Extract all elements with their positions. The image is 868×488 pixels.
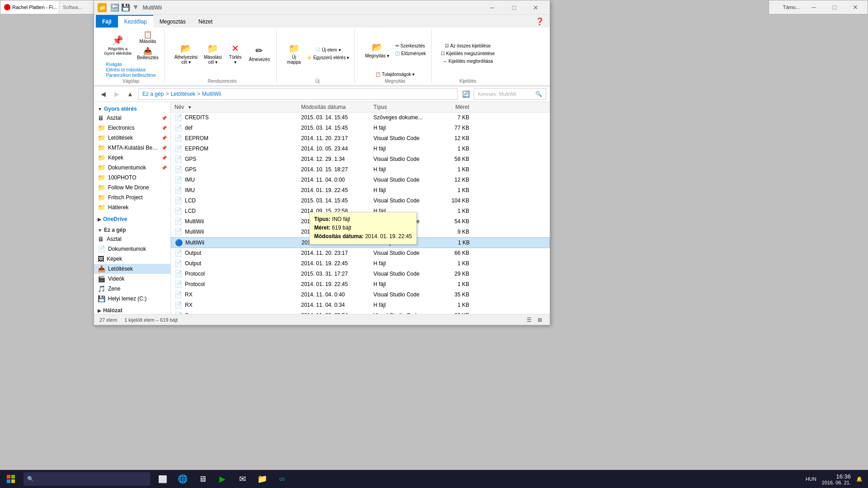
sidebar-item-letoltes[interactable]: 📁 Letöltések 📌 (94, 133, 170, 143)
taskbar-icon-mail[interactable]: ✉ (233, 470, 251, 488)
file-row-17[interactable]: 📄 RX 2014. 11. 04. 0:40 Visual Studio Co… (171, 290, 550, 300)
sidebar-pc-kepek[interactable]: 🖼 Képek (94, 254, 170, 264)
taskbar-icon-arduino[interactable]: ∞ (273, 470, 291, 488)
btn-atnevezés[interactable]: ✏ Átnevezés (246, 43, 273, 64)
start-button[interactable] (0, 470, 22, 488)
help-btn[interactable]: ❓ (535, 17, 544, 26)
file-row-2[interactable]: 📄 EEPROM 2014. 11. 20. 23:17 Visual Stud… (171, 133, 550, 144)
close-btn[interactable]: ✕ (525, 0, 546, 15)
btn-uj-elem[interactable]: 📄 Új elem ▾ (305, 47, 351, 53)
network-header[interactable]: ▶ Hálózat (94, 305, 170, 314)
btn-szerkesztes[interactable]: ✏ Szerkesztés (393, 42, 428, 49)
btn-kivagas[interactable]: Kivágás (106, 62, 156, 67)
forward-btn[interactable]: ▶ (111, 89, 122, 99)
move-icon: 📂 (180, 43, 192, 54)
file-row-5[interactable]: 📄 GPS 2014. 10. 15. 18:27 H fájl 1 KB (171, 164, 550, 175)
onedrive-header[interactable]: ▶ OneDrive (94, 214, 170, 223)
thispc-header[interactable]: ▼ Ez a gép (94, 225, 170, 234)
col-header-date[interactable]: Módosítás dátuma (301, 104, 373, 110)
tab-kezdolap[interactable]: Kezdőlap (118, 15, 153, 28)
path-pc[interactable]: Ez a gép (142, 91, 164, 97)
sidebar-item-dokumentumok[interactable]: 📁 Dokumentumok 📌 (94, 163, 170, 173)
btn-rogzites[interactable]: 📌 Rögzítés aGyors elérésbe (101, 33, 134, 57)
file-row-14[interactable]: 📄 Output 2014. 01. 19. 22:45 H fájl 1 KB (171, 258, 550, 269)
minimize-btn-tr[interactable]: ─ (803, 0, 824, 14)
pc-asztal-icon: 🖥 (98, 235, 104, 243)
file-row-19[interactable]: 📄 Sensors 2014. 11. 20. 23:54 Visual Stu… (171, 310, 550, 314)
col-header-type[interactable]: Típus (373, 104, 437, 110)
btn-kijelo-megf[interactable]: ↔ Kijelölés megfordítása (439, 58, 497, 65)
sidebar-pc-videok[interactable]: 🎬 Videók (94, 274, 170, 284)
taskbar-icon-green[interactable]: ▶ (213, 470, 231, 488)
btn-torles[interactable]: ✕ Törlés▾ (225, 41, 245, 66)
taskbar-search[interactable]: 🔍 (24, 472, 150, 486)
taskbar-icon-taskview[interactable]: ⬜ (154, 470, 172, 488)
view-list-btn[interactable]: ☰ (524, 315, 533, 324)
refresh-btn[interactable]: 🔄 (460, 89, 471, 99)
file-icon-14: 📄 (175, 260, 182, 267)
col-header-name[interactable]: Név ▼ (175, 104, 301, 110)
path-multiwii[interactable]: MultiWii (202, 91, 221, 97)
view-grid-btn[interactable]: ⊞ (535, 315, 544, 324)
address-path[interactable]: Ez a gép > Letöltések > MultiWii (138, 88, 458, 100)
taskbar-notification[interactable]: 🔔 (856, 476, 863, 482)
col-header-size[interactable]: Méret (437, 104, 473, 110)
up-btn[interactable]: ▲ (125, 89, 136, 99)
sidebar-item-100photo[interactable]: 📁 100PHOTO (94, 173, 170, 183)
btn-kp[interactable]: 📋 Másolás (135, 29, 160, 45)
sidebar-pc-dokumentumok[interactable]: 📄 Dokumentumok (94, 244, 170, 254)
maximize-btn[interactable]: □ (504, 0, 524, 15)
file-row-15[interactable]: 📄 Protocol 2015. 03. 31. 17:27 Visual St… (171, 269, 550, 279)
maximize-btn-tr[interactable]: □ (824, 0, 845, 14)
file-row-18[interactable]: 📄 RX 2014. 11. 04. 0:34 H fájl 1 KB (171, 300, 550, 310)
tab-fajl[interactable]: Fájl (96, 15, 118, 28)
close-btn-tr[interactable]: ✕ (845, 0, 866, 14)
sidebar-pc-c[interactable]: 💾 Helyi lemez (C:) (94, 294, 170, 304)
btn-eleresi[interactable]: Elérési út másolása (106, 67, 156, 72)
search-box[interactable]: Keresés: MultiWii 🔍 (474, 88, 546, 100)
file-row-6[interactable]: 📄 IMU 2014. 11. 04. 0:00 Visual Studio C… (171, 175, 550, 185)
btn-beillesztes[interactable]: 📥 Beillesztés (135, 46, 160, 61)
back-btn[interactable]: ◀ (98, 89, 108, 99)
sidebar-item-asztal[interactable]: 🖥 Asztal 📌 (94, 113, 170, 123)
btn-masolasi[interactable]: 📁 Másolásicél ▾ (201, 41, 224, 66)
taskbar-icon-virt[interactable]: 🖥 (193, 470, 212, 488)
sidebar-item-hatterek[interactable]: 📁 Hátterek (94, 202, 170, 212)
sidebar-item-followme[interactable]: 📁 Follow Me Drone (94, 183, 170, 192)
sidebar-pc-asztal[interactable]: 🖥 Asztal (94, 234, 170, 244)
file-row-8[interactable]: 📄 LCD 2015. 03. 14. 15:45 Visual Studio … (171, 196, 550, 206)
taskbar-icon-chrome[interactable]: 🌐 (174, 470, 192, 488)
file-row-13[interactable]: 📄 Output 2014. 11. 20. 23:17 Visual Stud… (171, 248, 550, 258)
sidebar-pc-letoltes[interactable]: 📥 Letöltések (94, 264, 170, 274)
file-row-4[interactable]: 📄 GPS 2014. 12. 29. 1:34 Visual Studio C… (171, 154, 550, 164)
path-downloads[interactable]: Letöltések (170, 91, 195, 97)
file-row-3[interactable]: 📄 EEPROM 2014. 10. 05. 23:44 H fájl 1 KB (171, 144, 550, 154)
search-icon[interactable]: 🔍 (535, 91, 542, 97)
tab-nezet[interactable]: Nézet (192, 15, 219, 28)
sidebar-item-fritsch[interactable]: 📁 Fritsch Project (94, 192, 170, 202)
taskbar-icon-folder[interactable]: 📁 (253, 470, 271, 488)
btn-megnyitas[interactable]: 📂 Megnyitás ▾ (362, 40, 392, 60)
btn-osszes-kijelo[interactable]: ☑ Az összes kijelölése (439, 42, 497, 49)
file-row-1[interactable]: 📄 def 2015. 03. 14. 15:45 H fájl 77 KB (171, 123, 550, 133)
sidebar-quick-access-header[interactable]: ▼ Gyors elérés (94, 104, 170, 113)
sidebar-item-electronics[interactable]: 📁 Electronics 📌 (94, 123, 170, 133)
file-row-7[interactable]: 📄 IMU 2014. 01. 19. 22:45 H fájl 1 KB (171, 185, 550, 196)
browser-tab-2[interactable]: Softwa... (59, 1, 86, 14)
sidebar-item-kepek[interactable]: 📁 Képek 📌 (94, 153, 170, 163)
minimize-btn[interactable]: ─ (482, 0, 503, 15)
sidebar-item-kmta[interactable]: 📁 KMTA-Kutatási Bes... 📌 (94, 143, 170, 153)
btn-tulajdonsagok[interactable]: 📋 Tulajdonságok ▾ (373, 71, 416, 78)
btn-kijelo-megsz[interactable]: ☐ Kijelölés megszüntetése (439, 50, 497, 57)
file-row-0[interactable]: 📄 CREDITS 2015. 03. 14. 15:45 Szöveges d… (171, 113, 550, 123)
sidebar-pc-zene[interactable]: 🎵 Zene (94, 284, 170, 294)
file-row-16[interactable]: 📄 Protocol 2014. 01. 19. 22:45 H fájl 1 … (171, 279, 550, 290)
file-date-13: 2014. 11. 20. 23:17 (301, 250, 373, 256)
btn-uj-mappa[interactable]: 📁 Újmappa (284, 41, 304, 66)
btn-egyszeru[interactable]: ⚡ Egyszerű elérés ▾ (305, 54, 351, 61)
btn-athelyezesi[interactable]: 📂 Áthelyezésicél ▾ (172, 41, 200, 66)
btn-elozmenyek[interactable]: 🕐 Előzmények (393, 50, 428, 57)
btn-parancsikon[interactable]: Parancsikon beillesztése (106, 73, 156, 78)
tab-megosztás[interactable]: Megosztás (153, 15, 192, 28)
browser-tab-1[interactable]: Rachel Platten - Fi... ✕ (0, 1, 59, 14)
